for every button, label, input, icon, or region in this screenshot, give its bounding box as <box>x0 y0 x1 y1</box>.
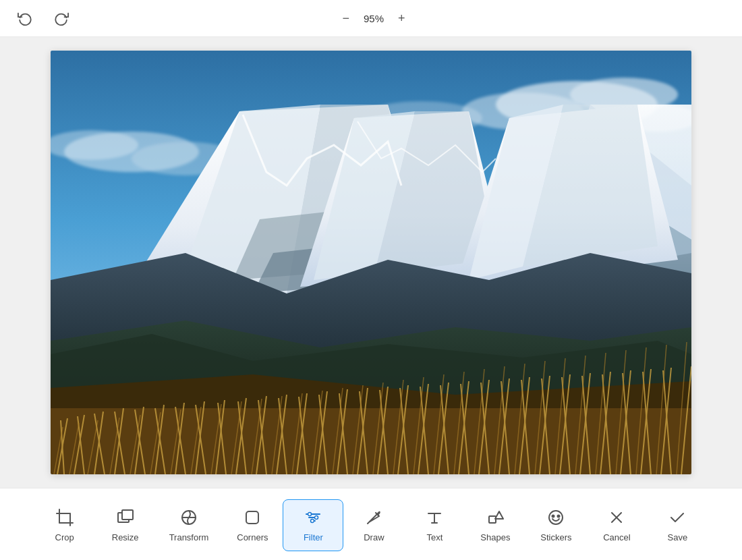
tool-corners[interactable]: Corners <box>222 500 283 551</box>
tool-stickers[interactable]: Stickers <box>525 500 586 551</box>
shapes-icon <box>486 508 505 527</box>
tool-shapes[interactable]: Shapes <box>465 500 525 551</box>
mountain-image <box>51 51 691 474</box>
stickers-icon <box>546 508 565 527</box>
tool-transform[interactable]: Transform <box>156 500 223 551</box>
save-icon <box>668 508 687 527</box>
cancel-icon <box>607 508 626 527</box>
tool-cancel[interactable]: Cancel <box>586 500 647 551</box>
tool-stickers-label: Stickers <box>540 532 571 542</box>
tool-transform-label: Transform <box>169 532 209 542</box>
svg-rect-128 <box>122 510 133 520</box>
top-bar: − 95% + <box>0 0 742 37</box>
svg-rect-142 <box>489 516 496 523</box>
svg-rect-30 <box>51 408 691 474</box>
zoom-in-button[interactable]: + <box>395 9 408 28</box>
tool-resize-label: Resize <box>112 532 139 542</box>
tool-draw-label: Draw <box>364 532 384 542</box>
tool-resize[interactable]: Resize <box>95 500 156 551</box>
tool-draw[interactable]: Draw <box>343 500 404 551</box>
svg-rect-126 <box>59 513 70 523</box>
redo-button[interactable] <box>50 7 73 30</box>
svg-rect-131 <box>246 511 258 524</box>
canvas-area <box>0 37 742 488</box>
tool-shapes-label: Shapes <box>480 532 510 542</box>
zoom-controls: − 95% + <box>339 9 407 28</box>
tool-corners-label: Corners <box>237 532 268 542</box>
crop-icon <box>55 508 74 527</box>
svg-point-136 <box>315 516 318 520</box>
tool-save-label: Save <box>668 532 688 542</box>
tool-filter-label: Filter <box>304 532 323 542</box>
tool-filter[interactable]: Filter <box>283 499 343 551</box>
tool-crop[interactable]: Crop <box>34 500 95 551</box>
tool-save[interactable]: Save <box>647 500 708 551</box>
zoom-in-label: + <box>398 11 405 26</box>
draw-icon <box>364 508 383 527</box>
undo-button[interactable] <box>13 7 36 30</box>
top-bar-left <box>13 7 73 30</box>
tool-crop-label: Crop <box>55 532 74 542</box>
image-container <box>51 51 691 474</box>
zoom-out-button[interactable]: − <box>339 9 352 28</box>
zoom-out-label: − <box>342 11 349 26</box>
corners-icon <box>243 508 262 527</box>
tool-cancel-label: Cancel <box>603 532 630 542</box>
svg-point-145 <box>552 515 554 517</box>
tool-text-label: Text <box>426 532 443 542</box>
zoom-level: 95% <box>360 13 387 24</box>
svg-marker-143 <box>495 511 503 519</box>
filter-icon <box>304 508 322 527</box>
toolbar-items: Crop Resize Transform <box>34 499 708 551</box>
svg-point-137 <box>311 520 314 523</box>
svg-point-146 <box>558 515 560 517</box>
transform-icon <box>179 508 198 527</box>
svg-point-135 <box>308 513 312 516</box>
text-icon <box>425 508 444 527</box>
bottom-toolbar: Crop Resize Transform <box>0 488 742 560</box>
resize-icon <box>116 508 135 527</box>
svg-point-144 <box>549 511 563 524</box>
tool-text[interactable]: Text <box>404 500 465 551</box>
